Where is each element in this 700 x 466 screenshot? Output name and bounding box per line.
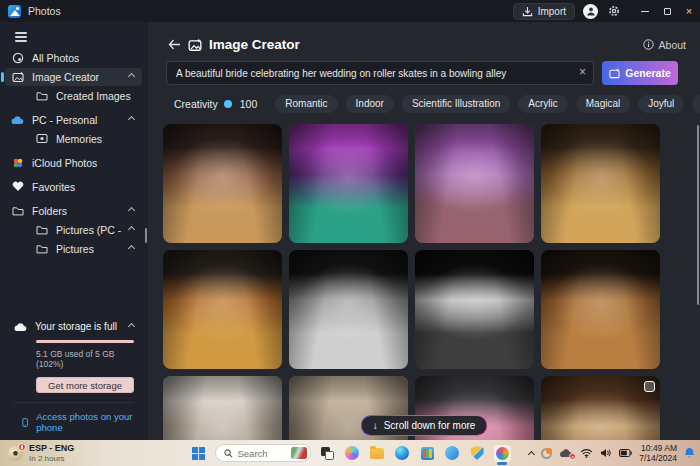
sidebar-item-folders[interactable]: Folders [5, 202, 142, 220]
phone-link-label: Access photos on your phone [36, 411, 134, 433]
microsoft-365-button[interactable] [444, 445, 461, 462]
microsoft-store-button[interactable] [419, 445, 436, 462]
tray-overflow-chevron[interactable] [528, 450, 535, 457]
file-explorer-button[interactable] [369, 445, 386, 462]
generate-sparkle-icon [609, 68, 620, 79]
generated-image[interactable] [541, 376, 660, 440]
edge-button[interactable] [394, 445, 411, 462]
sidebar-item-created-images[interactable]: Created Images [5, 87, 142, 105]
storage-progress-bar [36, 340, 134, 343]
task-view-button[interactable] [319, 445, 336, 462]
sidebar-item-pictures[interactable]: Pictures [5, 240, 142, 258]
folder-icon [11, 206, 24, 216]
about-button[interactable]: About [643, 39, 686, 51]
sidebar-item-label: Pictures (PC - Personal) [56, 224, 121, 236]
maximize-button[interactable] [656, 0, 678, 22]
chevron-up-icon [128, 245, 135, 252]
heart-icon [11, 181, 24, 192]
bride-figure [450, 273, 500, 363]
generated-image[interactable] [289, 250, 408, 369]
store-icon [421, 447, 434, 460]
clear-icon: × [579, 65, 586, 79]
sidebar-item-label: Memories [56, 133, 102, 145]
generated-image[interactable] [415, 250, 534, 369]
photos-app-taskbar-button[interactable] [494, 445, 511, 462]
defender-button[interactable] [469, 445, 486, 462]
sidebar-item-icloud-photos[interactable]: iCloud Photos [5, 154, 142, 172]
taskbar-search[interactable] [215, 444, 311, 462]
date: 7/14/2024 [639, 453, 677, 463]
style-tag-acrylic[interactable]: Acrylic [518, 95, 567, 113]
settings-gear-icon[interactable] [608, 5, 620, 17]
sidebar-item-memories[interactable]: Memories [5, 130, 142, 148]
generated-image[interactable] [163, 124, 282, 243]
style-tag-romantic[interactable]: Romantic [275, 95, 337, 113]
wifi-icon[interactable] [580, 448, 593, 458]
style-tag-joyful[interactable]: Joyful [638, 95, 684, 113]
bride-figure [576, 399, 626, 440]
phone-icon [22, 417, 28, 428]
close-icon: × [686, 5, 692, 17]
sidebar-item-pc-personal[interactable]: PC - Personal [5, 111, 142, 129]
scroll-down-hint[interactable]: ↓ Scroll down for more [361, 415, 488, 436]
start-button[interactable] [190, 445, 207, 462]
import-button[interactable]: Import [513, 3, 575, 20]
sidebar-item-label: Image Creator [32, 71, 99, 83]
generated-image[interactable] [541, 124, 660, 243]
back-button[interactable] [168, 39, 181, 50]
onedrive-icon[interactable]: × [559, 448, 573, 458]
generate-button[interactable]: Generate [602, 61, 678, 85]
clear-prompt-button[interactable]: × [579, 65, 586, 81]
get-more-storage-button[interactable]: Get more storage [36, 377, 134, 393]
generated-image[interactable] [163, 250, 282, 369]
widgets-button[interactable]: ESP - ENG In 2 hours [8, 443, 74, 463]
notification-badge [18, 443, 26, 451]
volume-icon[interactable] [600, 448, 612, 458]
notification-bell-icon[interactable] [684, 447, 695, 459]
sidebar-item-pictures-pc[interactable]: Pictures (PC - Personal) [5, 221, 142, 239]
widget-time: In 2 hours [29, 454, 74, 463]
generated-image[interactable] [415, 124, 534, 243]
slider-thumb[interactable] [222, 98, 234, 110]
style-tag-indoor[interactable]: Indoor [346, 95, 394, 113]
person-icon [586, 6, 596, 16]
taskbar: ESP - ENG In 2 hours × 10:49 AM 7/ [0, 440, 700, 466]
sidebar-scrollbar[interactable] [145, 228, 148, 243]
sidebar-item-label: Created Images [56, 90, 131, 102]
photos-pinwheel-icon [496, 447, 509, 460]
divider [14, 402, 134, 403]
main-scrollbar[interactable] [697, 125, 700, 305]
storage-header[interactable]: Your storage is full [14, 321, 134, 332]
style-tag-magical[interactable]: Magical [576, 95, 630, 113]
edge-icon [395, 446, 409, 460]
generated-image-grid [163, 124, 660, 440]
bride-figure [324, 273, 374, 363]
minimize-button[interactable] [634, 0, 656, 22]
search-input[interactable] [238, 448, 286, 459]
sidebar-item-all-photos[interactable]: All Photos [5, 49, 142, 67]
generated-image[interactable] [289, 124, 408, 243]
close-button[interactable]: × [678, 0, 700, 22]
more-styles-button[interactable]: More [692, 95, 700, 113]
sidebar-item-image-creator[interactable]: Image Creator [5, 68, 142, 86]
sidebar: All Photos Image Creator Created Images … [0, 22, 148, 440]
access-photos-phone-link[interactable]: Access photos on your phone [14, 411, 134, 433]
sidebar-item-label: Folders [32, 205, 67, 217]
style-tag-scientific-illustration[interactable]: Scientific Illustration [402, 95, 510, 113]
clock[interactable]: 10:49 AM 7/14/2024 [639, 443, 677, 463]
sidebar-item-favorites[interactable]: Favorites [5, 178, 142, 196]
import-icon [522, 6, 533, 17]
generated-image[interactable] [163, 376, 282, 440]
sync-status-icon[interactable] [541, 448, 552, 459]
search-daily-image [291, 447, 307, 459]
account-avatar[interactable] [583, 4, 598, 19]
battery-icon[interactable] [619, 449, 632, 457]
about-label: About [659, 39, 686, 51]
copilot-button[interactable] [344, 445, 361, 462]
menu-hamburger-icon[interactable] [15, 32, 27, 42]
prompt-input[interactable] [166, 61, 594, 85]
generated-image[interactable] [541, 250, 660, 369]
select-checkbox[interactable] [644, 381, 655, 392]
folder-icon [35, 244, 48, 254]
bride-figure [324, 147, 374, 237]
